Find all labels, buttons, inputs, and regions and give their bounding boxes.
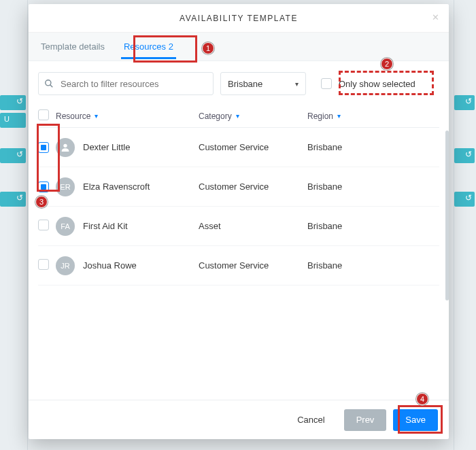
tab-template-details[interactable]: Template details [38, 34, 107, 59]
resource-name: First Aid Kit [83, 221, 128, 231]
row-checkbox[interactable] [38, 220, 49, 230]
row-checkbox[interactable] [38, 259, 49, 270]
resource-region: Brisbane [307, 260, 439, 271]
modal-title: AVAILABILITY TEMPLATE [180, 14, 298, 23]
table-row: JR Joshua Rowe Customer Service Brisbane [38, 246, 439, 285]
resource-category: Customer Service [199, 260, 307, 271]
tab-resources-label: Resources [124, 41, 166, 52]
prev-button[interactable]: Prev [344, 409, 387, 431]
row-checkbox[interactable] [38, 181, 49, 192]
avatar [56, 138, 75, 157]
table-row: Dexter Little Customer Service Brisbane [38, 128, 439, 167]
region-select[interactable]: Brisbane ▾ [220, 72, 306, 95]
cancel-button[interactable]: Cancel [285, 409, 337, 431]
table-header: Resource▾ Category▾ Region▾ [38, 105, 439, 128]
svg-point-2 [63, 143, 67, 147]
only-selected-label: Only show selected [339, 79, 415, 89]
select-all-checkbox[interactable] [38, 109, 49, 120]
chevron-down-icon: ▾ [95, 112, 98, 120]
bg-bar: ↺ [454, 192, 475, 207]
tab-bar: Template details Resources 2 [29, 33, 449, 61]
chevron-down-icon: ▾ [236, 112, 239, 120]
svg-line-1 [50, 85, 53, 88]
resource-category: Customer Service [199, 181, 307, 192]
chevron-down-icon: ▾ [295, 80, 299, 88]
search-icon [44, 79, 54, 88]
bg-bar: ↺ [0, 95, 26, 110]
resource-category: Customer Service [199, 142, 307, 152]
col-region[interactable]: Region▾ [307, 111, 439, 121]
search-input[interactable] [59, 78, 207, 90]
resource-name: Dexter Little [83, 142, 130, 152]
resource-category: Asset [199, 221, 307, 231]
bg-bar: ↺ [0, 192, 26, 207]
only-selected-checkbox[interactable] [321, 78, 332, 89]
filter-bar: Brisbane ▾ Only show selected [29, 61, 449, 105]
bg-bar: ↺ [0, 148, 26, 163]
tab-resources[interactable]: Resources 2 [121, 34, 176, 59]
person-icon [60, 142, 71, 153]
resource-region: Brisbane [307, 221, 439, 231]
col-resource[interactable]: Resource▾ [56, 111, 199, 121]
save-button[interactable]: Save [393, 409, 438, 431]
resource-region: Brisbane [307, 142, 439, 152]
svg-point-0 [46, 80, 51, 86]
resources-table: Resource▾ Category▾ Region▾ Dexter Littl… [29, 105, 449, 400]
table-row: ER Elza Ravenscroft Customer Service Bri… [38, 167, 439, 207]
bg-bar: U [0, 113, 26, 128]
resource-name: Joshua Rowe [83, 260, 137, 271]
bg-bar: ↺ [454, 95, 475, 110]
bg-bar: ↺ [454, 148, 475, 163]
modal-footer: Cancel Prev Save [29, 400, 449, 439]
search-input-wrap[interactable] [38, 72, 214, 95]
modal-header: AVAILABILITY TEMPLATE ✕ [29, 4, 449, 33]
only-show-selected: Only show selected [313, 78, 439, 89]
row-checkbox[interactable] [38, 142, 49, 153]
scrollbar[interactable] [445, 131, 449, 300]
availability-template-modal: AVAILABILITY TEMPLATE ✕ Template details… [29, 4, 449, 439]
avatar: ER [56, 177, 75, 196]
close-icon[interactable]: ✕ [432, 12, 439, 22]
chevron-down-icon: ▾ [337, 112, 341, 120]
col-category[interactable]: Category▾ [199, 111, 307, 121]
avatar: FA [56, 217, 75, 236]
avatar: JR [56, 256, 75, 275]
region-select-value: Brisbane [228, 79, 262, 89]
table-row: FA First Aid Kit Asset Brisbane [38, 207, 439, 246]
resource-name: Elza Ravenscroft [83, 181, 150, 192]
resource-region: Brisbane [307, 181, 439, 192]
tab-resources-count: 2 [169, 41, 173, 52]
